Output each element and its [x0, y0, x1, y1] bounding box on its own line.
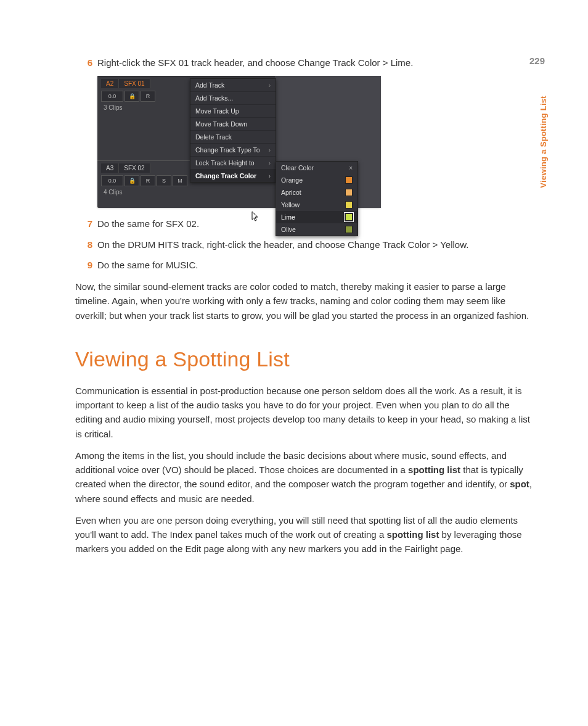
swatch-icon [345, 213, 353, 221]
swatch-icon [345, 226, 353, 233]
mute-button[interactable]: M [173, 175, 187, 186]
track-name: SFX 01 [119, 79, 150, 88]
color-submenu: Clear Color× Orange Apricot Yellow Lime … [276, 161, 358, 236]
level-value[interactable]: 0.0 [101, 91, 123, 102]
chevron-right-icon: › [269, 173, 271, 179]
menu-item-move-down[interactable]: Move Track Down [190, 118, 276, 131]
lock-icon[interactable]: 🔒 [125, 175, 139, 186]
step-number: 6 [75, 56, 97, 70]
step-text: Right-click the SFX 01 track header, and… [97, 56, 533, 70]
color-apricot[interactable]: Apricot [276, 186, 357, 199]
step-number: 9 [75, 258, 97, 272]
menu-item-add-track[interactable]: Add Track› [190, 79, 276, 92]
summary-paragraph: Now, the similar sound-element tracks ar… [75, 279, 533, 323]
step-text: On the DRUM HITS track, right-click the … [97, 237, 533, 252]
body-paragraph-1: Communication is essential in post-produ… [75, 384, 533, 441]
body-paragraph-3: Even when you are one person doing every… [75, 513, 533, 556]
swatch-icon [345, 189, 353, 196]
body-paragraph-2: Among the items in the list, you should … [75, 448, 533, 506]
step-number: 7 [75, 217, 97, 231]
menu-item-lock-height[interactable]: Lock Track Height to› [190, 157, 276, 170]
menu-item-add-tracks[interactable]: Add Tracks... [190, 92, 276, 105]
screenshot-context-menu: A2 SFX 01 0.0 🔒 R 3 Clips A3 SFX 02 0.0 … [97, 76, 381, 208]
track-id: A3 [101, 163, 119, 173]
close-icon[interactable]: × [349, 165, 353, 171]
chevron-right-icon: › [269, 160, 271, 167]
swatch-icon [345, 201, 353, 208]
step-text: Do the same for MUSIC. [97, 258, 533, 272]
chevron-right-icon: › [269, 82, 271, 89]
track-id: A2 [101, 79, 119, 88]
color-yellow[interactable]: Yellow [276, 199, 357, 211]
step-number: 8 [75, 237, 97, 252]
color-clear[interactable]: Clear Color× [276, 162, 357, 174]
solo-button[interactable]: S [157, 175, 171, 186]
color-olive[interactable]: Olive [276, 223, 357, 236]
color-orange[interactable]: Orange [276, 174, 357, 186]
side-label: Viewing a Spotting List [539, 96, 548, 188]
section-heading: Viewing a Spotting List [75, 347, 533, 371]
menu-item-move-up[interactable]: Move Track Up [190, 105, 276, 118]
chevron-right-icon: › [269, 147, 271, 154]
menu-item-change-color[interactable]: Change Track Color› [190, 170, 276, 182]
page-number: 229 [529, 56, 545, 66]
step-6: 6 Right-click the SFX 01 track header, a… [75, 56, 533, 70]
record-button[interactable]: R [141, 91, 155, 102]
lock-icon[interactable]: 🔒 [125, 91, 139, 102]
color-lime[interactable]: Lime [276, 211, 357, 223]
swatch-icon [345, 176, 353, 184]
level-value[interactable]: 0.0 [101, 175, 123, 186]
step-8: 8 On the DRUM HITS track, right-click th… [75, 237, 533, 252]
menu-item-change-type[interactable]: Change Track Type To› [190, 144, 276, 157]
menu-item-delete[interactable]: Delete Track [190, 131, 276, 144]
context-menu: Add Track› Add Tracks... Move Track Up M… [190, 78, 276, 183]
step-9: 9 Do the same for MUSIC. [75, 258, 533, 272]
track-name: SFX 02 [119, 163, 150, 173]
record-button[interactable]: R [141, 175, 155, 186]
